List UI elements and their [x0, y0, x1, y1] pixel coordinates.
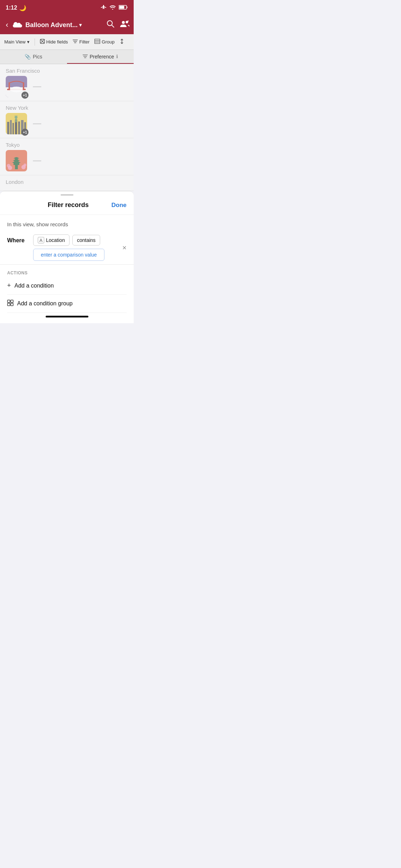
filter-icon [73, 39, 78, 45]
main-view-selector[interactable]: Main View ▾ [4, 39, 30, 45]
svg-rect-52 [11, 300, 13, 303]
field-icon: A [38, 237, 44, 243]
svg-rect-51 [7, 300, 10, 303]
battery-icon [119, 5, 128, 11]
svg-rect-53 [7, 303, 10, 306]
svg-point-48 [7, 164, 10, 167]
airplane-icon [101, 5, 107, 11]
home-indicator [0, 313, 134, 323]
group-button[interactable]: Group [94, 39, 114, 45]
record-row[interactable]: London [0, 175, 134, 191]
tab-pics[interactable]: 📎 Pics [0, 50, 67, 64]
hide-fields-icon [40, 39, 45, 45]
filter-value-button[interactable]: enter a comparison value [33, 249, 104, 261]
svg-point-28 [10, 87, 23, 92]
city-pic [6, 150, 27, 171]
svg-rect-16 [95, 39, 100, 44]
group-icon [94, 39, 100, 45]
city-name: San Francisco [6, 68, 128, 74]
add-condition-group-button[interactable]: Add a condition group [7, 295, 127, 313]
filter-operator-button[interactable]: contains [72, 235, 100, 246]
pic-container [6, 150, 27, 171]
record-content: +1 [6, 76, 128, 97]
nav-title: Balloon Advent... ▾ [25, 21, 104, 29]
group-label: Group [102, 39, 114, 45]
title-dropdown-arrow[interactable]: ▾ [79, 22, 82, 28]
filter-panel: Filter records Done In this view, show r… [0, 191, 134, 323]
record-row[interactable]: New York [0, 101, 134, 138]
svg-rect-2 [127, 6, 128, 8]
filter-title: Filter records [48, 201, 89, 209]
svg-rect-30 [7, 122, 9, 134]
record-dash [33, 123, 41, 124]
nav-bar: ‹ Balloon Advent... ▾ [0, 16, 134, 34]
filter-field-button[interactable]: A Location [33, 234, 70, 246]
svg-rect-54 [11, 303, 13, 306]
actions-label: ACTIONS [7, 270, 127, 275]
where-label: Where [7, 234, 30, 244]
filter-delete-button[interactable]: × [119, 242, 127, 254]
preference-info-icon: ℹ [116, 54, 118, 59]
pics-tab-label: Pics [33, 54, 42, 60]
pic-badge: +1 [21, 129, 29, 136]
record-row[interactable]: Tokyo [0, 138, 134, 175]
hide-fields-button[interactable]: Hide fields [40, 39, 68, 45]
sort-button[interactable] [119, 39, 124, 45]
moon-icon: 🌙 [19, 5, 26, 11]
back-button[interactable]: ‹ [4, 19, 10, 31]
record-row[interactable]: San Francisco +1 [0, 64, 134, 101]
records-area: San Francisco +1 [0, 64, 134, 191]
svg-point-6 [122, 21, 125, 24]
filter-button[interactable]: Filter [73, 39, 89, 45]
svg-rect-43 [15, 164, 18, 169]
time-text: 1:12 [6, 5, 17, 11]
preference-tab-label: Preference [90, 54, 114, 60]
svg-rect-32 [12, 123, 14, 134]
record-content: +1 [6, 113, 128, 134]
pic-badge: +1 [21, 92, 29, 99]
operator-label: contains [77, 237, 96, 243]
svg-rect-3 [119, 6, 124, 9]
svg-rect-34 [18, 122, 20, 134]
pic-container: +1 [6, 113, 27, 134]
main-view-arrow: ▾ [27, 39, 30, 45]
tab-preference[interactable]: Preference ℹ [67, 50, 134, 64]
filter-label: Filter [79, 39, 89, 45]
hide-fields-label: Hide fields [46, 39, 68, 45]
status-time: 1:12 🌙 [6, 5, 26, 11]
actions-section: ACTIONS + Add a condition Add a conditio… [0, 265, 134, 313]
filter-header: Filter records Done [0, 196, 134, 215]
preference-tab-icon [83, 54, 88, 60]
cloud-icon [12, 21, 22, 30]
nav-actions [107, 20, 129, 30]
toolbar-divider-1 [35, 38, 35, 46]
filter-subtitle: In this view, show records [0, 215, 134, 231]
add-group-label: Add a condition group [17, 300, 73, 307]
filter-rule-row: Where A Location contains enter a compar… [0, 231, 134, 265]
record-dash [33, 86, 41, 87]
svg-line-5 [112, 25, 114, 28]
add-condition-button[interactable]: + Add a condition [7, 277, 127, 295]
svg-point-0 [112, 9, 113, 10]
sort-icon [119, 39, 124, 45]
panel-handle [61, 194, 73, 196]
done-button[interactable]: Done [111, 202, 127, 209]
search-icon[interactable] [107, 20, 114, 30]
svg-point-50 [24, 164, 26, 166]
svg-point-4 [107, 21, 112, 26]
pic-container: +1 [6, 76, 27, 97]
filter-rule-content: A Location contains enter a comparison v… [30, 234, 119, 261]
main-view-label: Main View [4, 39, 26, 45]
tab-bar: 📎 Pics Preference ℹ [0, 50, 134, 64]
filter-rule-top: A Location contains [33, 234, 119, 246]
toolbar: Main View ▾ Hide fields Filter [0, 34, 134, 50]
users-icon[interactable] [120, 20, 129, 30]
wifi-icon [109, 5, 116, 11]
city-name: New York [6, 105, 128, 111]
city-name: Tokyo [6, 142, 128, 148]
add-group-icon [7, 300, 14, 308]
status-icons [101, 5, 128, 11]
field-label: Location [46, 237, 65, 243]
home-bar [46, 316, 88, 317]
city-name: London [6, 179, 128, 185]
